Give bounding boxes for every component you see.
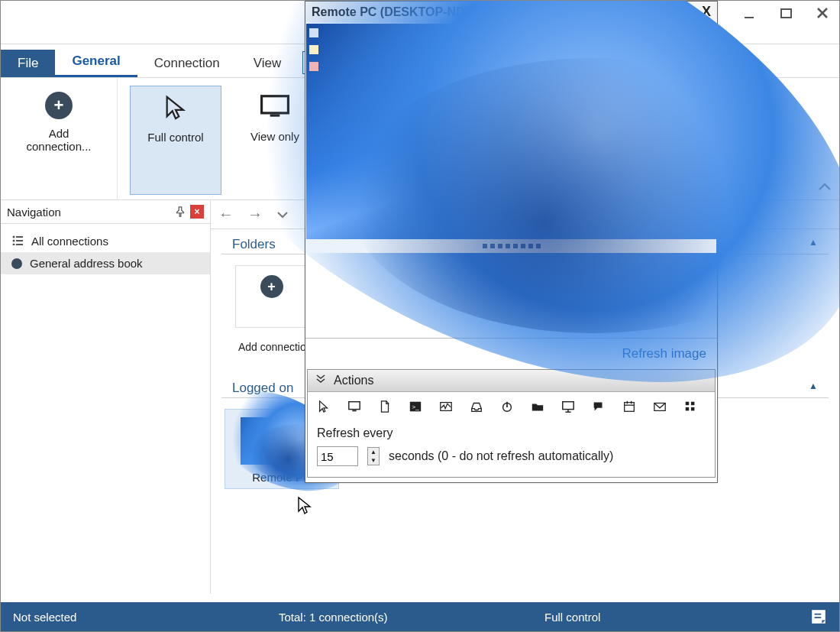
status-left: Not selected <box>13 611 279 624</box>
action-power-icon[interactable] <box>500 400 514 416</box>
nav-close-icon[interactable]: × <box>190 205 204 219</box>
seconds-suffix-label: seconds (0 - do not refresh automaticall… <box>389 449 613 463</box>
status-bar: Not selected Total: 1 connection(s) Full… <box>1 602 839 631</box>
remote-taskbar <box>306 239 716 253</box>
chevron-double-down-icon <box>315 374 326 387</box>
refresh-every-label: Refresh every <box>317 426 706 440</box>
popup-screen-area <box>305 22 717 339</box>
action-calendar-icon[interactable] <box>622 400 636 416</box>
nav-item-all-connections[interactable]: All connections <box>1 230 210 252</box>
status-center: Total: 1 connection(s) <box>279 611 544 624</box>
action-terminal-icon[interactable]: >_ <box>409 400 422 416</box>
action-grid-icon[interactable] <box>683 400 697 416</box>
action-monitor-icon[interactable] <box>347 400 361 416</box>
close-icon[interactable] <box>815 5 832 22</box>
add-connection-label: Add connection... <box>16 127 102 153</box>
bullet-icon <box>11 258 22 269</box>
svg-rect-7 <box>16 236 23 238</box>
seconds-spinner[interactable]: ▲▼ <box>367 447 380 465</box>
mouse-cursor-icon <box>297 496 314 516</box>
actions-panel: Actions >_ Refresh every ▲▼ seconds (0 -… <box>307 369 716 478</box>
nav-back-icon[interactable]: ← <box>218 206 234 223</box>
tab-file[interactable]: File <box>1 50 55 77</box>
quick-view-popup: Remote PC (DESKTOP-NDHNLUN) - quick view… <box>305 1 718 483</box>
action-file-icon[interactable] <box>378 400 392 416</box>
svg-rect-16 <box>352 410 356 412</box>
actions-toolbar: >_ <box>308 392 715 423</box>
nav-item-general-address-book[interactable]: General address book <box>1 252 210 274</box>
note-icon[interactable] <box>810 608 827 625</box>
add-connection-button[interactable]: + Add connection... <box>13 86 105 195</box>
svg-rect-0 <box>745 17 754 18</box>
maximize-icon[interactable] <box>778 5 795 22</box>
action-cursor-icon[interactable] <box>317 400 331 416</box>
svg-text:>_: >_ <box>412 404 420 410</box>
action-mail-icon[interactable] <box>653 400 667 416</box>
action-inbox-icon[interactable] <box>470 400 483 416</box>
svg-point-8 <box>13 240 15 242</box>
plus-icon: + <box>260 275 283 298</box>
add-connection-tile[interactable]: + <box>235 265 308 328</box>
navigation-panel: Navigation × All connections General add… <box>1 200 211 594</box>
actions-label: Actions <box>334 374 373 387</box>
svg-rect-25 <box>625 403 635 412</box>
svg-rect-32 <box>686 407 690 411</box>
svg-point-10 <box>13 244 15 246</box>
pin-icon[interactable] <box>173 205 187 219</box>
svg-rect-33 <box>691 407 695 411</box>
svg-rect-15 <box>349 402 360 410</box>
svg-rect-22 <box>563 402 573 410</box>
svg-rect-9 <box>16 240 23 241</box>
svg-rect-30 <box>686 402 690 406</box>
plus-icon: + <box>45 92 73 119</box>
list-icon <box>11 235 24 248</box>
chevron-up-icon: ▲ <box>809 381 818 396</box>
spin-up-icon[interactable]: ▲ <box>368 448 379 456</box>
svg-rect-1 <box>781 9 791 18</box>
action-activity-icon[interactable] <box>439 400 453 416</box>
refresh-seconds-input[interactable] <box>317 446 358 466</box>
remote-desktop-preview <box>306 24 716 253</box>
status-right: Full control <box>544 611 810 624</box>
nav-item-label: All connections <box>31 235 108 248</box>
tab-general[interactable]: General <box>55 47 137 77</box>
svg-rect-31 <box>691 402 695 406</box>
action-present-icon[interactable] <box>561 400 575 416</box>
svg-point-6 <box>13 236 15 238</box>
svg-rect-11 <box>16 244 23 245</box>
navigation-title: Navigation <box>7 206 61 219</box>
spin-down-icon[interactable]: ▼ <box>368 456 379 465</box>
nav-item-label: General address book <box>30 257 143 270</box>
action-folder-icon[interactable] <box>531 400 544 416</box>
minimize-icon[interactable] <box>741 5 758 22</box>
action-chat-icon[interactable] <box>592 400 606 416</box>
